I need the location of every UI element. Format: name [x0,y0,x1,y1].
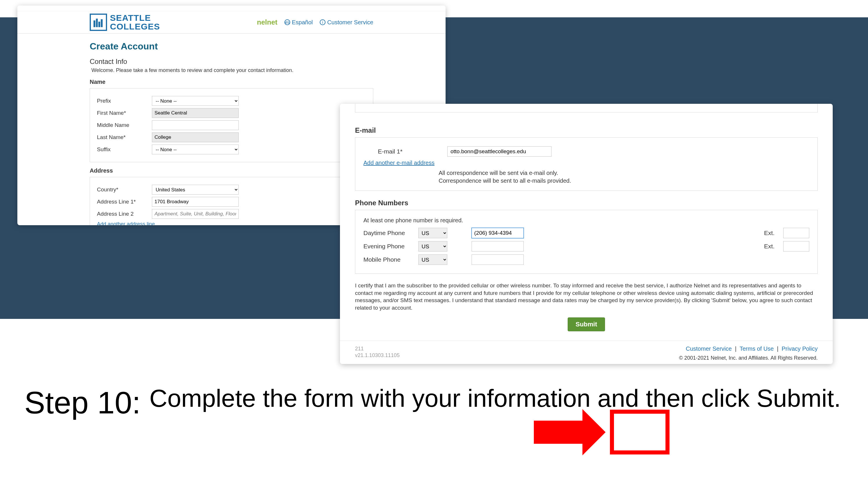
first-name-field[interactable] [152,108,239,118]
country-select[interactable]: United States [152,185,239,195]
last-name-field[interactable] [152,132,239,142]
phone-fields: At least one phone number is required. D… [355,210,818,274]
correspondence-note-1: All correspondence will be sent via e-ma… [439,169,809,177]
version-2: v21.1.10303.11105 [355,352,400,359]
add-email-link[interactable]: Add another e-mail address [363,160,435,166]
daytime-ext-label: Ext. [764,230,775,236]
logo-icon [90,13,107,31]
address-section-label: Address [90,167,373,174]
add-address-line-link[interactable]: Add another address line [97,221,155,225]
daytime-ext-field[interactable] [783,228,809,238]
footer-privacy-link[interactable]: Privacy Policy [782,346,818,352]
evening-country-select[interactable]: US [418,241,447,252]
country-label: Country* [97,187,152,193]
phone-section-heading: Phone Numbers [355,199,818,207]
daytime-phone-label: Daytime Phone [363,230,410,236]
step-instruction: Complete the form with your information … [149,385,841,412]
page-title: Create Account [90,41,373,52]
middle-name-field[interactable] [152,120,239,130]
footer-terms-link[interactable]: Terms of Use [740,346,774,352]
suffix-label: Suffix [97,146,152,153]
version-1: 211 [355,346,400,352]
correspondence-note-2: Correspondence will be sent to all e-mai… [439,177,809,185]
address2-label: Address Line 2 [97,211,152,217]
evening-ext-field[interactable] [783,241,809,252]
arrow-icon [534,421,583,444]
address2-field[interactable] [152,209,239,219]
submit-button[interactable]: Submit [568,318,605,331]
mobile-country-select[interactable]: US [418,254,447,265]
nelnet-logo: nelnet [257,18,277,26]
last-name-label: Last Name* [97,134,152,140]
name-section-label: Name [90,78,373,85]
address1-field[interactable] [152,197,239,207]
logo-line1: SEATTLE [110,13,160,22]
suffix-select[interactable]: -- None -- [152,144,239,154]
step-number: Step 10: [24,385,141,421]
phone-required-note: At least one phone number is required. [363,217,809,224]
first-name-label: First Name* [97,110,152,116]
mobile-phone-label: Mobile Phone [363,256,410,263]
email1-label: E-mail 1* [378,148,412,155]
welcome-text: Welcome. Please take a few moments to re… [90,67,373,73]
screenshot-email-phone: E-mail E-mail 1* Add another e-mail addr… [340,104,833,364]
evening-ext-label: Ext. [764,243,775,250]
evening-phone-field[interactable] [472,241,524,252]
logo-line2: COLLEGES [110,22,160,31]
contact-info-heading: Contact Info [90,58,373,66]
svg-rect-3 [101,20,102,27]
mobile-phone-field[interactable] [472,254,524,265]
svg-rect-2 [98,22,100,27]
certification-disclaimer: I certify that I am the subscriber to th… [355,282,818,312]
daytime-phone-field[interactable] [472,228,524,238]
email1-field[interactable] [447,146,552,157]
daytime-country-select[interactable]: US [418,228,447,238]
email-section-heading: E-mail [355,126,818,134]
prefix-select[interactable]: -- None -- [152,96,239,106]
espanol-link[interactable]: esEspañol [284,19,313,26]
address-fields: Country* United States Address Line 1* A… [90,177,373,225]
svg-rect-1 [96,19,98,27]
footer: 211 v21.1.10303.11105 Customer Service |… [340,340,833,364]
copyright: © 2001-2021 Nelnet, Inc. and Affiliates.… [679,355,818,361]
evening-phone-label: Evening Phone [363,243,410,250]
seattle-colleges-logo: SEATTLE COLLEGES [90,13,160,31]
footer-customer-service-link[interactable]: Customer Service [686,346,732,352]
prefix-label: Prefix [97,98,152,104]
step-caption: Step 10: Complete the form with your inf… [24,385,841,421]
email-fields: E-mail 1* Add another e-mail address All… [355,137,818,191]
middle-name-label: Middle Name [97,122,152,128]
customer-service-link[interactable]: iCustomer Service [320,19,373,26]
address1-label: Address Line 1* [97,199,152,205]
svg-rect-0 [93,21,95,27]
name-fields: Prefix -- None -- First Name* Middle Nam… [90,88,373,162]
